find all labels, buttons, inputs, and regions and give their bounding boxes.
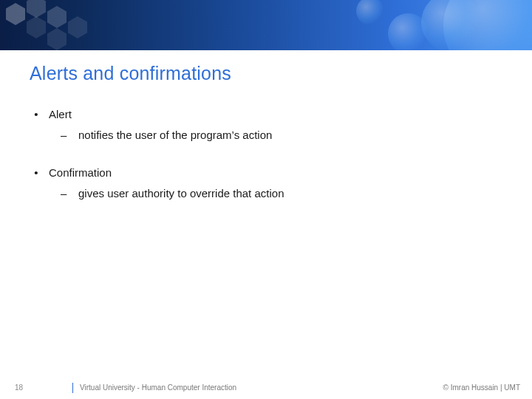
divider: [72, 383, 73, 393]
hexagon-icon: [68, 16, 87, 38]
footer-right: © Imran Hussain | UMT: [443, 383, 520, 392]
list-item-label: Confirmation: [49, 166, 112, 180]
footer: 18 Virtual University - Human Computer I…: [0, 377, 532, 392]
svg-marker-5: [68, 16, 87, 38]
list-item: • Alert: [34, 107, 502, 122]
bullet-icon: •: [34, 107, 38, 122]
list-subitem-label: gives user authority to override that ac…: [78, 186, 284, 201]
dash-icon: –: [61, 186, 68, 201]
list-subitem: – gives user authority to override that …: [61, 186, 502, 201]
slide: Alerts and confirmations • Alert – notif…: [0, 0, 532, 399]
bubble-icon: [443, 0, 532, 50]
hexagon-icon: [6, 3, 25, 25]
bubble-icon: [421, 0, 480, 50]
list-subitem: – notifies the user of the program’s act…: [61, 128, 502, 143]
footer-center: Virtual University - Human Computer Inte…: [80, 383, 236, 392]
page-number: 18: [15, 383, 23, 392]
hexagon-icon: [27, 0, 46, 18]
svg-marker-2: [27, 16, 46, 38]
list-item: • Confirmation: [34, 166, 502, 180]
svg-marker-3: [47, 6, 66, 28]
page-title: Alerts and confirmations: [30, 63, 231, 84]
hexagon-icon: [47, 28, 66, 50]
content: • Alert – notifies the user of the progr…: [30, 107, 502, 207]
dash-icon: –: [61, 128, 68, 143]
svg-marker-0: [6, 3, 25, 25]
list-subitem-label: notifies the user of the program’s actio…: [78, 128, 272, 143]
svg-marker-4: [47, 28, 66, 50]
bubble-icon: [356, 0, 384, 25]
bubble-icon: [388, 13, 429, 50]
svg-marker-1: [27, 0, 46, 18]
hexagon-icon: [47, 6, 66, 28]
bullet-icon: •: [34, 166, 38, 180]
list-item-label: Alert: [49, 107, 72, 122]
banner: [0, 0, 532, 50]
hexagon-icon: [27, 16, 46, 38]
